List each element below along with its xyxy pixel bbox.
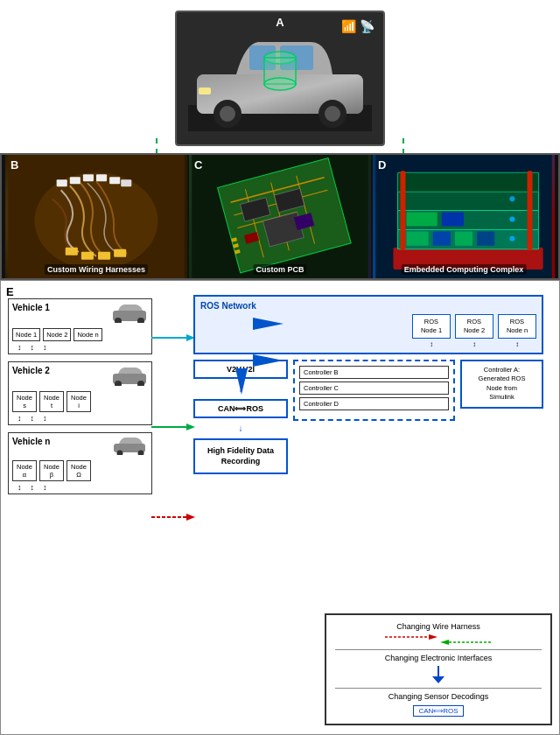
noden-box: Node n — [74, 328, 102, 341]
svg-point-56 — [509, 196, 514, 201]
ros-nodes-row: ROSNode 1 ROSNode 2 ROSNode n — [200, 314, 536, 339]
middle-section: B Custom Wiring Harnesses — [0, 153, 560, 280]
vehicle2-arrows: ↕ ↕ ↕ — [12, 414, 148, 423]
changing-electronic-label: Changing Electronic Interfaces — [335, 654, 542, 662]
vn-arrow1: ↕ — [18, 483, 22, 492]
section-b-label: B — [10, 158, 18, 172]
nodeb-box: Nodeβ — [39, 460, 64, 481]
svg-marker-79 — [432, 676, 444, 683]
svg-rect-24 — [98, 252, 110, 260]
v2-green-arrow — [151, 423, 195, 431]
custom-pcb-box: C Custom PCB — [189, 155, 371, 278]
controller-c: Controller C — [299, 382, 449, 395]
vehicle1-block: Vehicle 1 Node 1 Node 2 Node n ↕ ↕ ↕ — [8, 298, 152, 354]
svg-rect-10 — [199, 88, 211, 94]
controller-a-box: Controller A:Generated ROSNode fromSimul… — [460, 360, 543, 409]
blue-down-arrow-icon — [425, 666, 452, 683]
node2-box: Node 2 — [43, 328, 71, 341]
v2-arrow2: ↕ — [31, 414, 35, 423]
vehicle2-nodes: Nodes Nodet Nodei — [12, 391, 148, 412]
svg-point-7 — [220, 106, 235, 122]
svg-rect-21 — [121, 179, 131, 186]
can-to-ros-arrow — [253, 354, 284, 367]
svg-marker-81 — [253, 354, 284, 367]
section-c-label: C — [194, 158, 202, 172]
section-e-label: E — [6, 285, 14, 298]
vehiclen-car-icon — [113, 436, 148, 455]
svg-rect-58 — [528, 171, 533, 250]
svg-rect-46 — [397, 191, 538, 210]
can-ros-badge-row: CAN⟺ROS — [335, 704, 542, 717]
wiring-svg — [5, 155, 187, 278]
svg-rect-50 — [455, 232, 472, 246]
red-arrow-right-icon — [385, 634, 438, 645]
signal-icons: 📶 📡 — [341, 19, 374, 33]
vehicle1-nodes: Node 1 Node 2 Node n — [12, 328, 148, 341]
changing-wire-label: Changing Wire Harness — [335, 622, 542, 631]
green-arrow-left-icon — [440, 634, 493, 645]
car-svg — [188, 26, 372, 131]
vehiclen-block: Vehicle n Nodeα Nodeβ NodeΩ ↕ ↕ ↕ — [8, 432, 152, 494]
svg-rect-25 — [114, 249, 126, 257]
nodea-box: Nodeα — [12, 460, 37, 481]
svg-marker-75 — [429, 634, 438, 640]
svg-rect-16 — [57, 179, 67, 186]
electronic-arrow-row — [335, 666, 542, 683]
svg-marker-80 — [253, 318, 284, 330]
svg-rect-17 — [70, 177, 80, 184]
pcb-bg — [189, 155, 371, 278]
ros-network-box: ROS Network ROSNode 1 ROSNode 2 ROSNode … — [193, 295, 543, 354]
nodei-box: Nodei — [66, 391, 91, 412]
vehicle1-car-icon — [111, 302, 148, 323]
dashed-line-left — [156, 138, 158, 154]
embedded-bg — [373, 155, 555, 278]
vn-red-arrow — [151, 513, 195, 522]
vn-arrow3: ↕ — [43, 483, 47, 492]
signal-bars-icon: 📶 — [341, 19, 356, 33]
svg-rect-48 — [407, 232, 429, 246]
vehicle1-arrows: ↕ ↕ ↕ — [12, 343, 148, 352]
svg-rect-53 — [442, 212, 464, 226]
svg-rect-57 — [400, 171, 405, 250]
ros-node1: ROSNode 1 — [412, 314, 451, 339]
changing-sensor-label: Changing Sensor Decodings — [335, 692, 542, 701]
v1-cyan-arrow — [151, 333, 195, 342]
v1-arrow3: ↕ — [43, 343, 47, 352]
can-to-hf-arrow: ↓ — [193, 424, 288, 433]
node1-box: Node 1 — [12, 328, 40, 341]
svg-marker-77 — [440, 640, 449, 645]
vehicle-image-box: A 📶 📡 — [175, 10, 385, 146]
page-wrapper: A 📶 📡 — [0, 0, 560, 735]
vehiclen-nodes: Nodeα Nodeβ NodeΩ — [12, 460, 148, 481]
v2v-to-ros-arrow — [253, 318, 284, 330]
svg-point-54 — [509, 236, 514, 242]
top-section: A 📶 📡 — [0, 0, 560, 153]
svg-rect-47 — [397, 172, 538, 192]
svg-rect-52 — [407, 212, 438, 226]
ros-network-title: ROS Network — [200, 301, 536, 311]
diagram-section: E Vehicle 1 Node 1 Node 2 Node n — [0, 280, 560, 735]
can-down-arrow — [235, 368, 248, 395]
svg-marker-82 — [235, 368, 248, 395]
svg-marker-73 — [186, 514, 195, 521]
ros-arrow3: ↕ — [498, 340, 536, 348]
controller-b: Controller B — [299, 366, 449, 379]
right-mid-col: Controller B Controller C Controller D — [293, 360, 455, 421]
svg-rect-49 — [433, 232, 451, 246]
section-a-label: A — [276, 16, 284, 29]
wire-arrows-row — [335, 634, 542, 645]
vn-arrow2: ↕ — [31, 483, 35, 492]
svg-rect-19 — [96, 174, 107, 181]
ros-arrow1: ↕ — [412, 340, 451, 348]
v1-arrow2: ↕ — [31, 343, 35, 352]
svg-rect-20 — [109, 177, 120, 184]
svg-point-9 — [325, 106, 340, 122]
embedded-svg — [373, 155, 555, 278]
wifi-icon: 📡 — [360, 19, 374, 33]
wiring-harness-label: Custom Wiring Harnesses — [45, 264, 148, 275]
vehiclen-arrows: ↕ ↕ ↕ — [12, 483, 148, 492]
dashed-line-right — [402, 138, 404, 154]
ros-arrow2: ↕ — [455, 340, 494, 348]
svg-point-55 — [509, 217, 514, 222]
v1-arrow1: ↕ — [18, 343, 22, 352]
